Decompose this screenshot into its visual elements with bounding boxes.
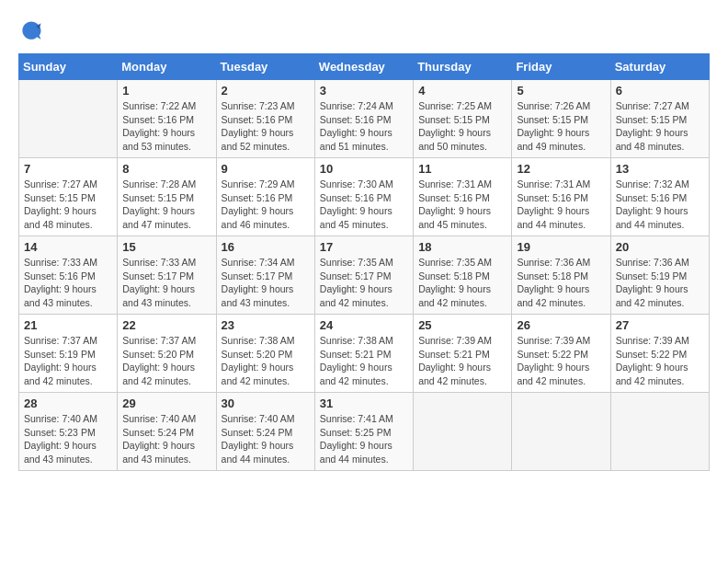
day-info: Sunrise: 7:38 AMSunset: 5:21 PMDaylight:… xyxy=(320,334,408,388)
calendar-cell: 11Sunrise: 7:31 AMSunset: 5:16 PMDayligh… xyxy=(414,158,512,236)
day-number: 7 xyxy=(24,162,112,176)
calendar-cell xyxy=(512,393,610,471)
day-info: Sunrise: 7:34 AMSunset: 5:17 PMDaylight:… xyxy=(222,256,310,310)
day-number: 24 xyxy=(320,318,408,332)
calendar-cell: 8Sunrise: 7:28 AMSunset: 5:15 PMDaylight… xyxy=(118,158,216,236)
calendar-cell: 7Sunrise: 7:27 AMSunset: 5:15 PMDaylight… xyxy=(19,158,118,236)
calendar-cell: 16Sunrise: 7:34 AMSunset: 5:17 PMDayligh… xyxy=(216,236,314,315)
day-info: Sunrise: 7:26 AMSunset: 5:15 PMDaylight:… xyxy=(517,99,605,154)
calendar-cell: 19Sunrise: 7:36 AMSunset: 5:18 PMDayligh… xyxy=(512,236,610,315)
day-info: Sunrise: 7:25 AMSunset: 5:15 PMDaylight:… xyxy=(418,99,506,154)
calendar-cell: 18Sunrise: 7:35 AMSunset: 5:18 PMDayligh… xyxy=(414,236,512,315)
day-info: Sunrise: 7:27 AMSunset: 5:15 PMDaylight:… xyxy=(24,178,112,232)
day-number: 10 xyxy=(320,162,408,176)
day-number: 1 xyxy=(122,84,210,98)
day-info: Sunrise: 7:24 AMSunset: 5:16 PMDaylight:… xyxy=(320,99,408,154)
calendar-cell: 21Sunrise: 7:37 AMSunset: 5:19 PMDayligh… xyxy=(19,315,118,393)
header-saturday: Saturday xyxy=(610,54,709,80)
calendar-cell: 27Sunrise: 7:39 AMSunset: 5:22 PMDayligh… xyxy=(610,315,709,393)
day-info: Sunrise: 7:36 AMSunset: 5:18 PMDaylight:… xyxy=(517,256,605,310)
calendar-cell: 5Sunrise: 7:26 AMSunset: 5:15 PMDaylight… xyxy=(512,80,610,158)
day-info: Sunrise: 7:29 AMSunset: 5:16 PMDaylight:… xyxy=(222,178,310,232)
day-number: 13 xyxy=(616,162,704,176)
day-number: 18 xyxy=(418,240,506,254)
header-friday: Friday xyxy=(512,54,610,80)
calendar-cell: 3Sunrise: 7:24 AMSunset: 5:16 PMDaylight… xyxy=(314,80,413,158)
header-monday: Monday xyxy=(118,54,216,80)
day-info: Sunrise: 7:40 AMSunset: 5:24 PMDaylight:… xyxy=(122,412,210,466)
day-number: 3 xyxy=(320,84,408,98)
day-info: Sunrise: 7:32 AMSunset: 5:16 PMDaylight:… xyxy=(616,178,704,232)
calendar-cell: 17Sunrise: 7:35 AMSunset: 5:17 PMDayligh… xyxy=(314,236,413,315)
calendar-week-row: 21Sunrise: 7:37 AMSunset: 5:19 PMDayligh… xyxy=(19,315,710,393)
day-info: Sunrise: 7:30 AMSunset: 5:16 PMDaylight:… xyxy=(320,178,408,232)
day-number: 8 xyxy=(122,162,210,176)
calendar-cell: 2Sunrise: 7:23 AMSunset: 5:16 PMDaylight… xyxy=(216,80,314,158)
calendar-cell: 26Sunrise: 7:39 AMSunset: 5:22 PMDayligh… xyxy=(512,315,610,393)
day-number: 6 xyxy=(616,84,704,98)
header-wednesday: Wednesday xyxy=(314,54,413,80)
day-number: 26 xyxy=(517,318,605,332)
calendar-cell: 29Sunrise: 7:40 AMSunset: 5:24 PMDayligh… xyxy=(118,393,216,471)
day-info: Sunrise: 7:39 AMSunset: 5:22 PMDaylight:… xyxy=(616,334,704,388)
day-info: Sunrise: 7:22 AMSunset: 5:16 PMDaylight:… xyxy=(122,99,210,154)
calendar-cell: 28Sunrise: 7:40 AMSunset: 5:23 PMDayligh… xyxy=(19,393,118,471)
day-number: 15 xyxy=(122,240,210,254)
day-number: 30 xyxy=(222,396,310,410)
calendar-cell: 30Sunrise: 7:40 AMSunset: 5:24 PMDayligh… xyxy=(216,393,314,471)
day-info: Sunrise: 7:23 AMSunset: 5:16 PMDaylight:… xyxy=(222,99,310,154)
day-info: Sunrise: 7:31 AMSunset: 5:16 PMDaylight:… xyxy=(418,178,506,232)
day-number: 23 xyxy=(222,318,310,332)
day-number: 22 xyxy=(122,318,210,332)
day-number: 5 xyxy=(517,84,605,98)
day-info: Sunrise: 7:33 AMSunset: 5:17 PMDaylight:… xyxy=(122,256,210,310)
calendar-cell: 1Sunrise: 7:22 AMSunset: 5:16 PMDaylight… xyxy=(118,80,216,158)
day-number: 25 xyxy=(418,318,506,332)
logo-icon xyxy=(18,18,44,44)
logo xyxy=(18,18,48,44)
calendar-cell: 10Sunrise: 7:30 AMSunset: 5:16 PMDayligh… xyxy=(314,158,413,236)
day-info: Sunrise: 7:37 AMSunset: 5:19 PMDaylight:… xyxy=(24,334,112,388)
day-info: Sunrise: 7:37 AMSunset: 5:20 PMDaylight:… xyxy=(122,334,210,388)
day-number: 16 xyxy=(222,240,310,254)
day-number: 12 xyxy=(517,162,605,176)
calendar-cell: 14Sunrise: 7:33 AMSunset: 5:16 PMDayligh… xyxy=(19,236,118,315)
calendar-week-row: 14Sunrise: 7:33 AMSunset: 5:16 PMDayligh… xyxy=(19,236,710,315)
day-info: Sunrise: 7:39 AMSunset: 5:21 PMDaylight:… xyxy=(418,334,506,388)
day-number: 27 xyxy=(616,318,704,332)
day-number: 31 xyxy=(320,396,408,410)
day-number: 2 xyxy=(222,84,310,98)
day-number: 21 xyxy=(24,318,112,332)
day-number: 19 xyxy=(517,240,605,254)
calendar-cell: 23Sunrise: 7:38 AMSunset: 5:20 PMDayligh… xyxy=(216,315,314,393)
header-tuesday: Tuesday xyxy=(216,54,314,80)
calendar-week-row: 1Sunrise: 7:22 AMSunset: 5:16 PMDaylight… xyxy=(19,80,710,158)
day-number: 14 xyxy=(24,240,112,254)
day-info: Sunrise: 7:35 AMSunset: 5:18 PMDaylight:… xyxy=(418,256,506,310)
day-number: 4 xyxy=(418,84,506,98)
calendar-table: SundayMondayTuesdayWednesdayThursdayFrid… xyxy=(18,53,710,471)
day-info: Sunrise: 7:35 AMSunset: 5:17 PMDaylight:… xyxy=(320,256,408,310)
calendar-cell xyxy=(19,80,118,158)
calendar-week-row: 28Sunrise: 7:40 AMSunset: 5:23 PMDayligh… xyxy=(19,393,710,471)
day-info: Sunrise: 7:31 AMSunset: 5:16 PMDaylight:… xyxy=(517,178,605,232)
day-number: 28 xyxy=(24,396,112,410)
calendar-cell xyxy=(610,393,709,471)
day-info: Sunrise: 7:39 AMSunset: 5:22 PMDaylight:… xyxy=(517,334,605,388)
calendar-week-row: 7Sunrise: 7:27 AMSunset: 5:15 PMDaylight… xyxy=(19,158,710,236)
day-number: 20 xyxy=(616,240,704,254)
calendar-header-row: SundayMondayTuesdayWednesdayThursdayFrid… xyxy=(19,54,710,80)
day-info: Sunrise: 7:41 AMSunset: 5:25 PMDaylight:… xyxy=(320,412,408,466)
day-info: Sunrise: 7:40 AMSunset: 5:24 PMDaylight:… xyxy=(222,412,310,466)
day-info: Sunrise: 7:38 AMSunset: 5:20 PMDaylight:… xyxy=(222,334,310,388)
calendar-cell: 9Sunrise: 7:29 AMSunset: 5:16 PMDaylight… xyxy=(216,158,314,236)
day-info: Sunrise: 7:27 AMSunset: 5:15 PMDaylight:… xyxy=(616,99,704,154)
header-thursday: Thursday xyxy=(414,54,512,80)
day-number: 17 xyxy=(320,240,408,254)
calendar-cell: 13Sunrise: 7:32 AMSunset: 5:16 PMDayligh… xyxy=(610,158,709,236)
calendar-cell: 25Sunrise: 7:39 AMSunset: 5:21 PMDayligh… xyxy=(414,315,512,393)
day-number: 9 xyxy=(222,162,310,176)
day-info: Sunrise: 7:33 AMSunset: 5:16 PMDaylight:… xyxy=(24,256,112,310)
calendar-cell: 12Sunrise: 7:31 AMSunset: 5:16 PMDayligh… xyxy=(512,158,610,236)
day-info: Sunrise: 7:36 AMSunset: 5:19 PMDaylight:… xyxy=(616,256,704,310)
